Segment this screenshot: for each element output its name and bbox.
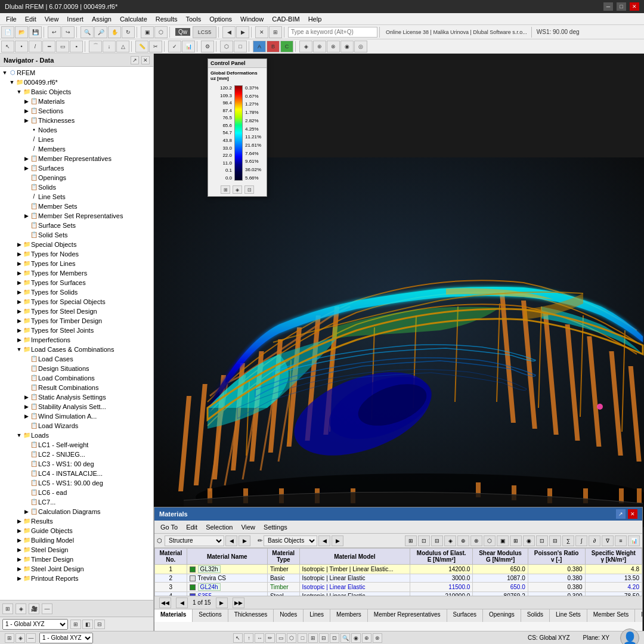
bp-tb-icons5[interactable]: ⊕ (457, 535, 469, 546)
cp-btn1[interactable]: ⊞ (221, 185, 230, 194)
tree-item-types-members[interactable]: ▶ 📁 Types for Members (0, 268, 153, 278)
tb2-support[interactable]: △ (116, 41, 129, 52)
nav-btn1[interactable]: ⊞ (2, 603, 13, 614)
tree-item-static-analysis[interactable]: ▶ 📋 Static Analysis Settings (0, 392, 153, 402)
tab-membe[interactable]: Membe... (635, 609, 642, 622)
tb2-extra2[interactable]: ⊕ (313, 41, 326, 52)
tree-item-load-wizards[interactable]: 📋 Load Wizards (0, 421, 153, 431)
tb2-extra5[interactable]: ◎ (354, 41, 367, 52)
tree-item-results[interactable]: ▶ 📁 Results (0, 516, 153, 526)
status-view-select[interactable]: 1 - Global XYZ (39, 633, 93, 643)
table-row[interactable]: 2Trevira CSBasicIsotropic | Linear Elast… (155, 574, 642, 583)
tree-item-timber-design[interactable]: ▶ 📁 Timber Design (0, 555, 153, 564)
control-panel-title[interactable]: Control Panel (208, 59, 267, 68)
tb2-report[interactable]: 📊 (182, 41, 195, 52)
bp-nav-prev[interactable]: ◀ (176, 597, 188, 608)
tb-btn-views[interactable]: ⊞ (269, 26, 282, 38)
cp-btn2[interactable]: ◈ (233, 185, 242, 194)
bp-tb-icons1[interactable]: ⊞ (405, 535, 417, 546)
status-btn3[interactable]: — (26, 633, 36, 643)
st-btn1[interactable]: ↖ (233, 633, 243, 643)
tree-item-lc2[interactable]: 📋 LC2 - SNIJEG... (0, 450, 153, 459)
tree-item-guide-objects[interactable]: ▶ 📁 Guide Objects (0, 526, 153, 535)
tab-line-sets[interactable]: Line Sets (550, 609, 587, 622)
nav-close-btn[interactable]: ✕ (141, 56, 150, 64)
tree-item-sections[interactable]: ▶ 📋 Sections (0, 106, 153, 116)
st-btn3[interactable]: ↔ (255, 633, 264, 643)
st-btn6[interactable]: ⬡ (287, 633, 296, 643)
menu-cadbim[interactable]: CAD-BIM (268, 14, 303, 24)
tb2-select[interactable]: ↖ (1, 41, 14, 52)
st-btn9[interactable]: ⊟ (319, 633, 329, 643)
menu-assign[interactable]: Assign (88, 14, 115, 24)
tab-solids[interactable]: Solids (521, 609, 550, 622)
bp-tb-icons7[interactable]: ⬡ (484, 535, 496, 546)
st-btn5[interactable]: ▭ (276, 633, 286, 643)
tree-item-basic-objects[interactable]: ▼ 📁 Basic Objects (0, 87, 153, 97)
bp-menu-goto[interactable]: Go To (157, 522, 181, 532)
bp-tb-icons6[interactable]: ⊗ (470, 535, 482, 546)
tb-open[interactable]: 📂 (15, 26, 28, 38)
tree-item-types-timber[interactable]: ▶ 📁 Types for Timber Design (0, 316, 153, 326)
tb2-plan[interactable]: □ (234, 41, 247, 52)
tb2-color2[interactable]: B (267, 41, 280, 52)
tree-item-building-model[interactable]: ▶ 📁 Building Model (0, 535, 153, 545)
tree-item-steel-design[interactable]: ▶ 📁 Steel Design (0, 545, 153, 555)
tree-item-special-objects[interactable]: ▶ 📁 Special Objects (0, 240, 153, 249)
bp-nav-last[interactable]: ▶▶ (233, 597, 244, 608)
tb2-iso[interactable]: ⬡ (220, 41, 233, 52)
tree-item-joint-design[interactable]: ▶ 📁 Steel Joint Design (0, 564, 153, 574)
tree-item-surface-sets[interactable]: 📋 Surface Sets (0, 221, 153, 230)
tree-item-thicknesses[interactable]: ▶ 📋 Thicknesses (0, 116, 153, 125)
viewport-3d[interactable]: Control Panel Global Deformationsuz [mm]… (154, 54, 644, 631)
structure-select[interactable]: Structure (165, 535, 224, 546)
tree-item-member-reps[interactable]: ▶ 📋 Member Representatives (0, 154, 153, 163)
bp-tb-forward[interactable]: ▶ (239, 535, 250, 546)
nav-btn3[interactable]: 🎥 (29, 603, 39, 614)
tree-item-lc5[interactable]: 📋 LC5 - WS1: 90.00 deg (0, 478, 153, 488)
tb2-color3[interactable]: C (280, 41, 293, 52)
st-btn4[interactable]: ✏ (265, 633, 275, 643)
tb2-node[interactable]: • (15, 41, 28, 52)
tab-sections[interactable]: Sections (193, 609, 228, 622)
tree-item-openings[interactable]: 📋 Openings (0, 173, 153, 182)
st-btn7[interactable]: □ (298, 633, 307, 643)
tab-member-sets[interactable]: Member Sets (587, 609, 635, 622)
tree-item-calc-diag[interactable]: ▶ 📋 Calculation Diagrams (0, 507, 153, 516)
tree-item-loads[interactable]: ▼ 📁 Loads (0, 431, 153, 440)
tb2-line[interactable]: / (29, 41, 42, 52)
tree-item-nodes[interactable]: • Nodes (0, 125, 153, 135)
tab-nodes[interactable]: Nodes (274, 609, 304, 622)
st-btn2[interactable]: ↑ (244, 633, 253, 643)
menu-results[interactable]: Results (152, 14, 181, 24)
bp-nav-next[interactable]: ▶ (216, 597, 228, 608)
view-select[interactable]: 1 - Global XYZ (2, 619, 68, 630)
bp-menu-selection[interactable]: Selection (202, 522, 236, 532)
tree-item-members[interactable]: / Members (0, 144, 153, 154)
st-btn13[interactable]: ⊕ (362, 633, 371, 643)
tb-btn-x[interactable]: ✕ (255, 26, 268, 38)
menu-view[interactable]: View (41, 14, 63, 24)
tb2-measure[interactable]: 📏 (135, 41, 148, 52)
tb-pan[interactable]: ✋ (108, 26, 121, 38)
tab-thicknesses[interactable]: Thicknesses (228, 609, 274, 622)
tree-item-types-special[interactable]: ▶ 📁 Types for Special Objects (0, 297, 153, 306)
tree-item-lcc[interactable]: ▼ 📁 Load Cases & Combinations (0, 345, 153, 354)
tree-item-types-lines[interactable]: ▶ 📁 Types for Lines (0, 259, 153, 268)
tree-item-lc7[interactable]: 📋 LC7... (0, 497, 153, 507)
bp-tb-back2[interactable]: ◀ (318, 535, 330, 546)
tree-item-member-sets[interactable]: 📋 Member Sets (0, 202, 153, 211)
st-btn8[interactable]: ⊞ (308, 633, 318, 643)
menu-tools[interactable]: Tools (182, 14, 205, 24)
tree-item-types-steel[interactable]: ▶ 📁 Types for Steel Design (0, 306, 153, 316)
tree-item-rfem[interactable]: ▼ ⬡ RFEM (0, 68, 153, 78)
bp-close-btn[interactable]: ✕ (628, 509, 637, 519)
close-button[interactable]: ✕ (630, 2, 639, 11)
tree-item-printout[interactable]: ▶ 📁 Printout Reports (0, 574, 153, 583)
bp-tb-forward2[interactable]: ▶ (332, 535, 343, 546)
bp-tb-icons8[interactable]: ▣ (497, 535, 509, 546)
menu-file[interactable]: File (2, 14, 20, 24)
tab-materials[interactable]: Materials (154, 609, 193, 622)
tree-item-solids[interactable]: 📋 Solids (0, 182, 153, 192)
bp-tb-export[interactable]: 📊 (628, 535, 640, 546)
